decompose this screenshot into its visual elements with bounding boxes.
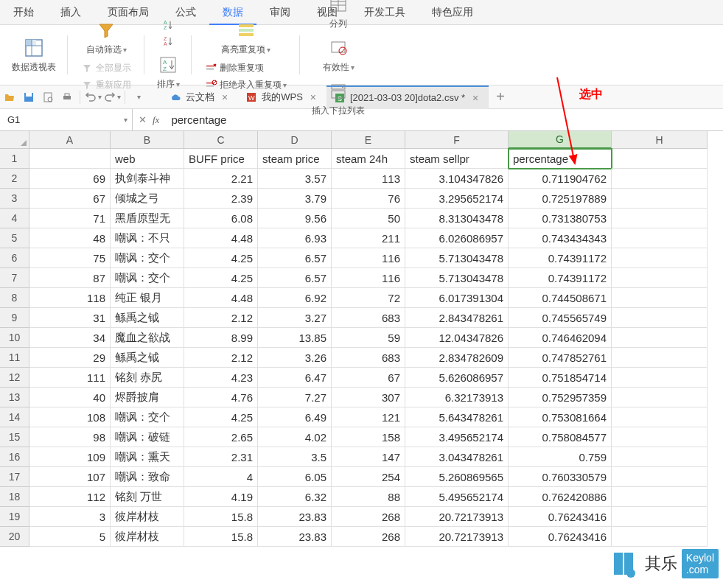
cell[interactable]: 67: [29, 189, 111, 209]
cell[interactable]: BUFF price: [184, 149, 258, 169]
row-header[interactable]: 5: [0, 228, 29, 248]
cell[interactable]: 76: [332, 189, 405, 209]
cell[interactable]: 307: [332, 388, 405, 407]
column-header[interactable]: C: [184, 131, 258, 149]
cell[interactable]: 15.8: [184, 527, 258, 547]
cell[interactable]: 彼岸材枝: [111, 527, 184, 547]
cancel-fx-button[interactable]: ✕: [139, 114, 147, 125]
cell[interactable]: 嘲讽：破链: [111, 427, 184, 447]
cell[interactable]: 4.23: [184, 368, 258, 388]
column-header[interactable]: A: [29, 131, 111, 149]
cell[interactable]: 147: [332, 447, 405, 467]
cell[interactable]: web: [111, 149, 184, 169]
cell[interactable]: 嘲讽：交个: [111, 268, 184, 288]
cell[interactable]: 0.745565749: [509, 308, 612, 328]
open-file-button[interactable]: [0, 88, 19, 107]
cell[interactable]: 4.48: [184, 228, 258, 248]
cell[interactable]: 116: [332, 268, 405, 288]
cell[interactable]: 2.843478261: [405, 308, 509, 328]
cell[interactable]: 执剑泰斗神: [111, 169, 184, 189]
cell[interactable]: 嘲讽：熏天: [111, 447, 184, 467]
row-header[interactable]: 9: [0, 308, 29, 328]
cell[interactable]: 0.753081664: [509, 407, 612, 427]
row-header[interactable]: 4: [0, 209, 29, 228]
cell[interactable]: [612, 209, 708, 228]
cell[interactable]: 铭刻 赤尻: [111, 368, 184, 388]
sort-asc-button[interactable]: AZ: [159, 18, 177, 32]
cell[interactable]: 7.27: [258, 388, 332, 407]
cell[interactable]: 40: [29, 388, 111, 407]
select-all-corner[interactable]: [0, 131, 29, 149]
cell[interactable]: 6.47: [258, 368, 332, 388]
cell[interactable]: 2.31: [184, 447, 258, 467]
autofilter-button[interactable]: 自动筛选▾: [82, 15, 131, 59]
cell[interactable]: 48: [29, 228, 111, 248]
cell[interactable]: 0.752957359: [509, 388, 612, 407]
cell[interactable]: 108: [29, 407, 111, 427]
cell[interactable]: steam 24h: [332, 149, 405, 169]
validity-button[interactable]: 有效性▾: [318, 33, 359, 77]
highlight-dup-button[interactable]: 高亮重复项▾: [217, 15, 275, 59]
column-header[interactable]: F: [405, 131, 509, 149]
cell[interactable]: 4.19: [184, 487, 258, 507]
row-header[interactable]: 13: [0, 388, 29, 407]
cell[interactable]: 0.758084577: [509, 427, 612, 447]
row-header[interactable]: 7: [0, 268, 29, 288]
cell[interactable]: 2.39: [184, 189, 258, 209]
cell[interactable]: [612, 169, 708, 189]
row-header[interactable]: 1: [0, 149, 29, 169]
cell[interactable]: 黑盾原型无: [111, 209, 184, 228]
dropdown-button[interactable]: 插入下拉列表: [307, 77, 369, 120]
cell[interactable]: 0.744508671: [509, 288, 612, 308]
reject-dup-button[interactable]: 拒绝录入重复项▾: [202, 77, 290, 93]
cell[interactable]: 6.32173913: [405, 388, 509, 407]
cell[interactable]: 0.743434343: [509, 228, 612, 248]
cell[interactable]: 铭刻 万世: [111, 487, 184, 507]
cell[interactable]: steam sellpr: [405, 149, 509, 169]
cell[interactable]: 鲧禹之钺: [111, 348, 184, 368]
cell[interactable]: 6.08: [184, 209, 258, 228]
cell[interactable]: [612, 348, 708, 368]
cell[interactable]: 111: [29, 368, 111, 388]
cell[interactable]: 6.57: [258, 268, 332, 288]
save-button[interactable]: [19, 88, 38, 107]
cell[interactable]: 烬爵披肩: [111, 388, 184, 407]
cell[interactable]: 59: [332, 328, 405, 348]
row-header[interactable]: 3: [0, 189, 29, 209]
cell[interactable]: 31: [29, 308, 111, 328]
cell[interactable]: 4.48: [184, 288, 258, 308]
formula-input[interactable]: percentage: [165, 113, 723, 126]
cell[interactable]: 9.56: [258, 209, 332, 228]
cell[interactable]: 6.32: [258, 487, 332, 507]
cell[interactable]: 72: [332, 288, 405, 308]
cell[interactable]: 3.495652174: [405, 427, 509, 447]
cell[interactable]: 3.104347826: [405, 169, 509, 189]
cell[interactable]: 107: [29, 467, 111, 487]
cell[interactable]: 彼岸材枝: [111, 507, 184, 527]
column-header[interactable]: H: [612, 131, 708, 149]
add-tab-button[interactable]: +: [489, 88, 512, 105]
row-header[interactable]: 6: [0, 248, 29, 268]
cell[interactable]: [612, 427, 708, 447]
sort-button[interactable]: AZ 排序▾: [152, 50, 184, 94]
cell[interactable]: [612, 388, 708, 407]
cell[interactable]: [612, 308, 708, 328]
fx-icon[interactable]: fx: [153, 114, 159, 126]
cell[interactable]: [612, 328, 708, 348]
cell[interactable]: [612, 467, 708, 487]
close-icon[interactable]: ×: [469, 92, 481, 104]
cell[interactable]: 6.49: [258, 407, 332, 427]
cell[interactable]: 20.72173913: [405, 507, 509, 527]
cell[interactable]: 0.751854714: [509, 368, 612, 388]
cell[interactable]: 嘲讽：交个: [111, 407, 184, 427]
cell[interactable]: 0.76243416: [509, 527, 612, 547]
ribbon-tab-7[interactable]: 开发工具: [351, 0, 419, 24]
cell[interactable]: 6.05: [258, 467, 332, 487]
cell[interactable]: 3.27: [258, 308, 332, 328]
cell[interactable]: 2.12: [184, 348, 258, 368]
column-header[interactable]: B: [111, 131, 184, 149]
cell[interactable]: 4.25: [184, 407, 258, 427]
cell[interactable]: 34: [29, 328, 111, 348]
cell[interactable]: 5.626086957: [405, 368, 509, 388]
cell[interactable]: 5.643478261: [405, 407, 509, 427]
